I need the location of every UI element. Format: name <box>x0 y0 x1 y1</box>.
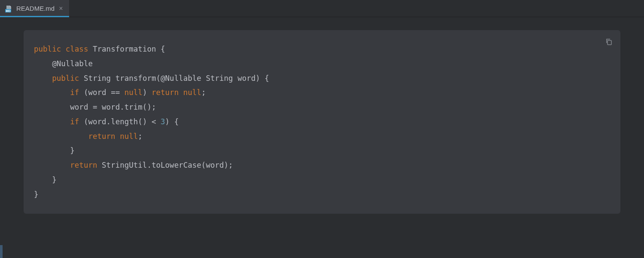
code-line: return null; <box>34 129 610 144</box>
copy-icon[interactable] <box>605 36 614 46</box>
gutter-indicator <box>0 245 3 258</box>
editor-area: public class Transformation { @Nullable … <box>0 17 644 258</box>
code-line: } <box>34 144 610 158</box>
tab-readme[interactable]: MD README.md × <box>0 0 69 17</box>
code-block[interactable]: public class Transformation { @Nullable … <box>24 30 620 214</box>
code-line: } <box>34 173 610 187</box>
tab-bar: MD README.md × <box>0 0 644 17</box>
code-line: if (word.length() < 3) { <box>34 115 610 129</box>
code-line: @Nullable <box>34 57 610 71</box>
markdown-file-icon: MD <box>5 5 13 12</box>
code-line: word = word.trim(); <box>34 100 610 115</box>
code-line: if (word == null) return null; <box>34 86 610 100</box>
code-line: return StringUtil.toLowerCase(word); <box>34 158 610 173</box>
code-line: public String transform(@Nullable String… <box>34 71 610 86</box>
editor-gutter <box>0 0 3 258</box>
tab-filename: README.md <box>16 5 55 12</box>
code-line: public class Transformation { <box>34 42 610 57</box>
svg-rect-2 <box>608 40 611 45</box>
close-icon[interactable]: × <box>58 5 64 12</box>
code-line: } <box>34 187 610 202</box>
svg-text:MD: MD <box>6 9 11 12</box>
